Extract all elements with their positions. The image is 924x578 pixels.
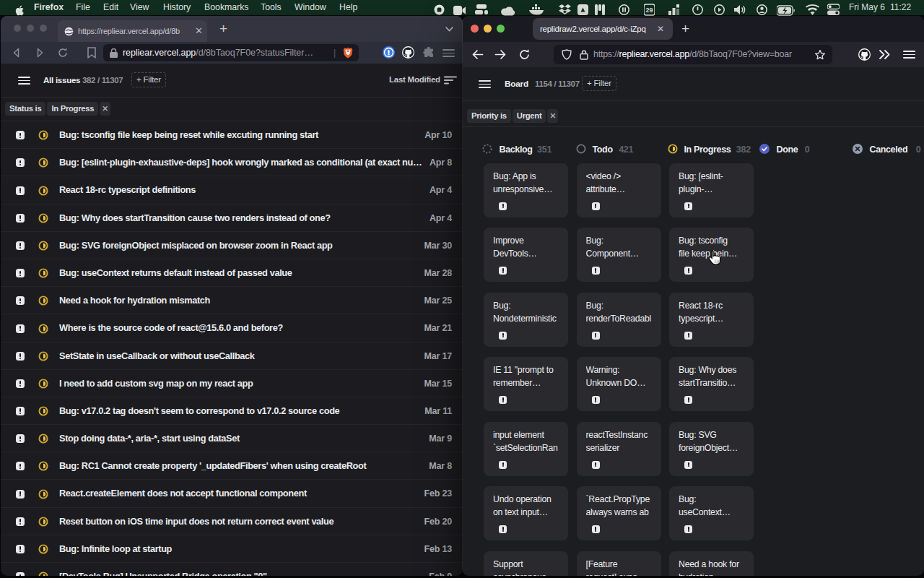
- svg-text:29: 29: [645, 7, 653, 14]
